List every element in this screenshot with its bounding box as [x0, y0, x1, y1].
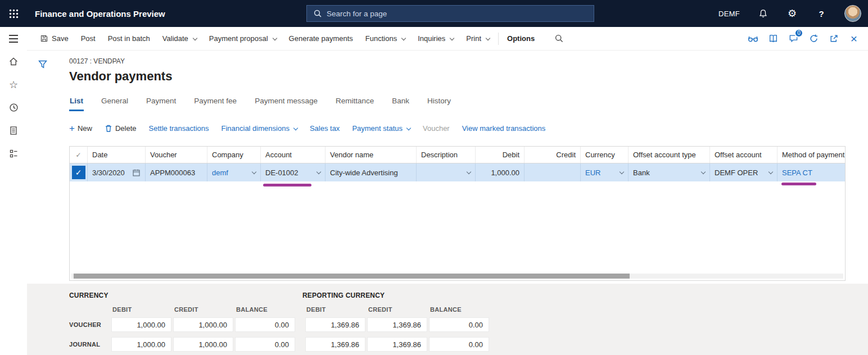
- reporting-journal-balance: 0.00: [429, 337, 489, 352]
- messages-button[interactable]: 0: [785, 27, 802, 51]
- voucher-button[interactable]: Voucher: [423, 124, 450, 133]
- column-header-currency[interactable]: Currency: [581, 147, 629, 163]
- generate-payments-button[interactable]: Generate payments: [283, 27, 359, 50]
- cell-voucher[interactable]: APPM000063: [146, 163, 207, 181]
- tab-bank[interactable]: Bank: [391, 94, 410, 111]
- chevron-down-icon[interactable]: [701, 170, 706, 174]
- payment-status-menu-button[interactable]: Payment status: [352, 124, 410, 133]
- financial-dimensions-menu-button[interactable]: Financial dimensions: [221, 124, 297, 133]
- page-content: 00127 : VENDPAY Vendor payments List Gen…: [27, 51, 868, 355]
- column-header-credit[interactable]: Credit: [525, 147, 581, 163]
- grid-row-selected[interactable]: ✓ 3/30/2020 APPM000063: [70, 163, 845, 181]
- tab-payment[interactable]: Payment: [146, 94, 177, 111]
- sales-tax-button[interactable]: Sales tax: [310, 124, 340, 133]
- method-of-payment-value[interactable]: SEPA CT: [782, 169, 812, 177]
- settings-button[interactable]: ⚙: [786, 0, 798, 27]
- payment-proposal-label: Payment proposal: [209, 34, 268, 43]
- refresh-button[interactable]: [805, 27, 822, 51]
- cell-credit[interactable]: [525, 163, 581, 181]
- search-icon: [314, 10, 322, 17]
- notifications-button[interactable]: [757, 0, 769, 27]
- help-button[interactable]: ?: [815, 0, 828, 27]
- validate-menu-button[interactable]: Validate: [156, 27, 203, 50]
- cell-debit[interactable]: 1,000.00: [476, 163, 525, 181]
- post-button[interactable]: Post: [75, 27, 102, 50]
- column-header-date[interactable]: Date: [88, 147, 146, 163]
- voucher-row-label: VOUCHER: [69, 321, 101, 328]
- row-checkbox[interactable]: ✓: [70, 163, 88, 181]
- cell-account[interactable]: DE-01002: [261, 163, 326, 181]
- global-search-box[interactable]: [306, 5, 594, 22]
- cell-offset-account[interactable]: DEMF OPER: [710, 163, 777, 181]
- view-related-button[interactable]: [744, 27, 761, 51]
- waffle-icon: [9, 9, 19, 19]
- currency-value[interactable]: EUR: [585, 169, 600, 177]
- functions-menu-button[interactable]: Functions: [359, 27, 412, 50]
- column-header-company[interactable]: Company: [207, 147, 261, 163]
- post-in-batch-button[interactable]: Post in batch: [102, 27, 156, 50]
- chevron-down-icon[interactable]: [467, 170, 471, 174]
- settle-transactions-button[interactable]: Settle transactions: [149, 124, 209, 133]
- expand-navigation-button[interactable]: [0, 27, 27, 50]
- journal-row-label: JOURNAL: [69, 341, 100, 348]
- open-in-new-window-button[interactable]: [825, 27, 842, 51]
- tab-list[interactable]: List: [69, 94, 84, 111]
- horizontal-scrollbar[interactable]: [71, 274, 843, 279]
- nav-home-button[interactable]: [0, 50, 27, 73]
- cell-method-of-payment[interactable]: SEPA CT: [777, 163, 846, 181]
- column-header-debit[interactable]: Debit: [476, 147, 525, 163]
- task-guide-button[interactable]: [765, 27, 781, 51]
- chevron-down-icon[interactable]: [252, 170, 256, 174]
- close-page-button[interactable]: ×: [846, 27, 862, 51]
- tab-payment-message[interactable]: Payment message: [254, 94, 318, 111]
- cell-vendor-name[interactable]: City-wide Advertising: [326, 163, 417, 181]
- payment-proposal-menu-button[interactable]: Payment proposal: [203, 27, 283, 50]
- column-header-description[interactable]: Description: [417, 147, 476, 163]
- filter-pane-button[interactable]: [35, 56, 51, 72]
- home-icon: [8, 57, 19, 66]
- calendar-icon[interactable]: [132, 169, 141, 177]
- column-header-vendor-name[interactable]: Vendor name: [326, 147, 417, 163]
- save-button[interactable]: Save: [34, 27, 75, 50]
- waffle-menu-button[interactable]: [0, 0, 27, 27]
- cell-date[interactable]: 3/30/2020: [88, 163, 146, 181]
- select-all-checkbox[interactable]: ✓: [70, 147, 88, 163]
- chevron-down-icon[interactable]: [768, 170, 773, 174]
- nav-modules-button[interactable]: [0, 142, 27, 165]
- nav-recent-button[interactable]: [0, 96, 27, 119]
- column-header-offset-account-type[interactable]: Offset account type: [629, 147, 710, 163]
- top-navigation-bar: Finance and Operations Preview DEMF ⚙ ?: [0, 0, 868, 27]
- user-avatar[interactable]: [844, 5, 861, 22]
- nav-favorites-button[interactable]: ☆: [0, 73, 27, 96]
- cell-offset-account-type[interactable]: Bank: [629, 163, 710, 181]
- cell-description[interactable]: [417, 163, 476, 181]
- chevron-down-icon[interactable]: [317, 170, 321, 174]
- global-search-input[interactable]: [327, 10, 587, 18]
- view-marked-transactions-button[interactable]: View marked transactions: [462, 124, 546, 133]
- chevron-down-icon[interactable]: [620, 170, 624, 174]
- column-header-voucher[interactable]: Voucher: [146, 147, 207, 163]
- column-header-account[interactable]: Account: [261, 147, 326, 163]
- company-value[interactable]: demf: [212, 169, 228, 177]
- tab-history[interactable]: History: [427, 94, 451, 111]
- tab-remittance[interactable]: Remittance: [335, 94, 374, 111]
- options-button[interactable]: Options: [501, 27, 541, 50]
- scrollbar-thumb[interactable]: [74, 274, 630, 279]
- action-pane-search-button[interactable]: [549, 27, 569, 50]
- company-picker[interactable]: DEMF: [718, 10, 740, 18]
- offset-account-value: DEMF OPER: [715, 169, 758, 177]
- print-menu-button[interactable]: Print: [460, 27, 496, 50]
- nav-workspaces-button[interactable]: [0, 119, 27, 142]
- tab-payment-fee[interactable]: Payment fee: [193, 94, 237, 111]
- cell-currency[interactable]: EUR: [581, 163, 629, 181]
- check-icon: ✓: [72, 166, 85, 179]
- inquiries-menu-button[interactable]: Inquiries: [412, 27, 460, 50]
- tab-general[interactable]: General: [101, 94, 129, 111]
- cell-company[interactable]: demf: [207, 163, 261, 181]
- app-title: Finance and Operations Preview: [35, 0, 165, 27]
- delete-button[interactable]: Delete: [105, 124, 137, 133]
- column-header-offset-account[interactable]: Offset account: [710, 147, 777, 163]
- new-button[interactable]: + New: [69, 124, 92, 133]
- highlight-underline-account: [263, 184, 311, 186]
- column-header-method-of-payment[interactable]: Method of payment: [777, 147, 846, 163]
